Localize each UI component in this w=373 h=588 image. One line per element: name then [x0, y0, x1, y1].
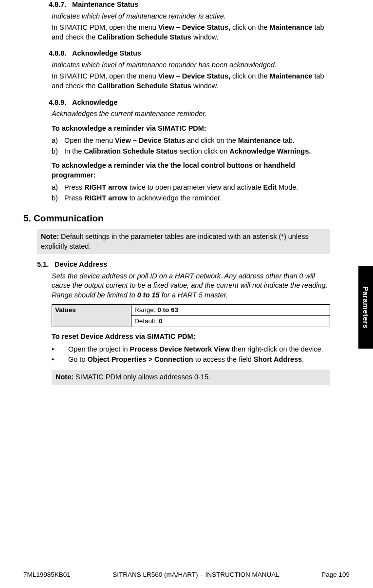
note-box: Note: Default settings in the parameter … — [37, 229, 330, 254]
section-number: 4.8.9. — [49, 98, 70, 108]
note-text: SIMATIC PDM only allows addresses 0-15. — [74, 373, 210, 381]
section-description: Indicates which level of maintenance rem… — [52, 60, 330, 70]
default-cell: Default: 0 — [131, 315, 330, 327]
section-description: Indicates which level of maintenance rem… — [52, 12, 330, 21]
sub-heading-local: To acknowledge a reminder via the the lo… — [52, 161, 330, 180]
values-table: Values Range: 0 to 63 Default: 0 — [52, 304, 330, 327]
footer-page-number: Page 109 — [321, 570, 350, 579]
section-description: Sets the device address or poll ID on a … — [52, 272, 330, 300]
bullet-list: •Open the project in Process Device Netw… — [52, 345, 330, 365]
list-item: a)Press RIGHT arrow twice to open parame… — [52, 183, 330, 193]
list-item: a)Open the menu View – Device Status and… — [52, 136, 330, 146]
sub-heading-reset: To reset Device Address via SIMATIC PDM: — [52, 332, 335, 342]
page-footer: 7ML19985KB01 SITRANS LR560 (mA/HART) – I… — [23, 570, 350, 579]
section-4-8-9: 4.8.9. Acknowledge — [49, 98, 335, 108]
values-header: Values — [52, 304, 131, 327]
list-item: •Open the project in Process Device Netw… — [52, 345, 330, 354]
section-5-1: 5.1. Device Address Sets the device addr… — [37, 260, 335, 385]
list-item: b)Press RIGHT arrow to acknowledge the r… — [52, 194, 330, 203]
range-cell: Range: 0 to 63 — [131, 304, 330, 315]
section-number: 4.8.8. — [49, 49, 70, 59]
side-tab-parameters: Parameters — [358, 266, 373, 349]
section-title: Acknowledge Status — [72, 49, 141, 57]
list-item: •Go to Object Properties > Connection to… — [52, 355, 330, 365]
section-number: 5.1. — [37, 260, 53, 270]
heading-communication: 5. Communication — [23, 212, 335, 225]
section-body: In SIMATIC PDM, open the menu View – Dev… — [52, 72, 330, 91]
note-text: Default settings in the parameter tables… — [41, 233, 309, 250]
section-title: Acknowledge — [72, 98, 117, 106]
section-title: Maintenance Status — [72, 0, 138, 8]
note-label: Note: — [41, 233, 59, 240]
sub-heading-pdm: To acknowledge a reminder via SIMATIC PD… — [52, 124, 330, 134]
section-title: Device Address — [55, 260, 107, 268]
section-4-8-7: 4.8.7. Maintenance Status — [49, 0, 335, 10]
section-description: Acknowledges the current maintenance rem… — [52, 109, 330, 119]
note-label: Note: — [56, 373, 74, 381]
list-item: b)In the Calibration Schedule Status sec… — [52, 147, 330, 157]
section-number: 4.8.7. — [49, 0, 70, 10]
ordered-list: a)Press RIGHT arrow twice to open parame… — [52, 183, 330, 203]
note-box: Note: SIMATIC PDM only allows addresses … — [52, 370, 330, 385]
ordered-list: a)Open the menu View – Device Status and… — [52, 136, 330, 156]
footer-doc-title: SITRANS LR560 (mA/HART) – INSTRUCTION MA… — [112, 570, 280, 579]
footer-doc-id: 7ML19985KB01 — [23, 570, 71, 579]
section-4-8-8: 4.8.8. Acknowledge Status — [49, 49, 335, 59]
section-body: In SIMATIC PDM, open the menu View – Dev… — [52, 23, 330, 42]
